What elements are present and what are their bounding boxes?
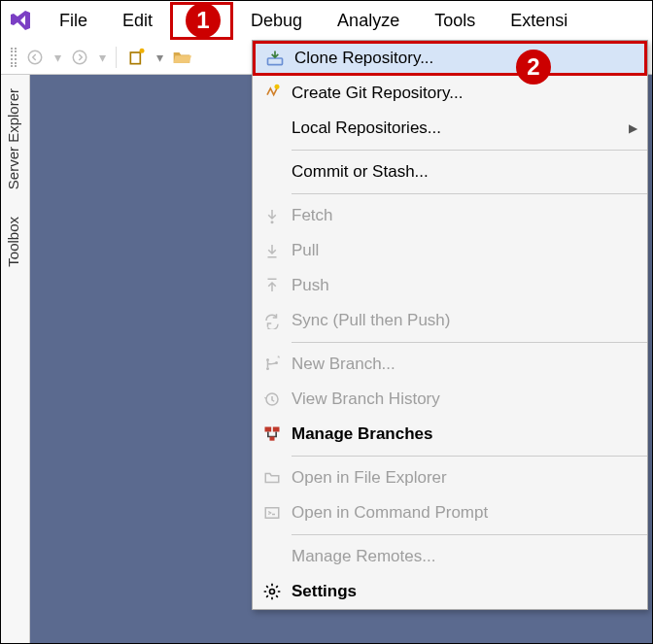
- new-item-dropdown[interactable]: ▾: [154, 45, 165, 70]
- svg-rect-13: [273, 427, 280, 432]
- create-repo-icon: [253, 84, 292, 103]
- menu-tools[interactable]: Tools: [417, 5, 493, 37]
- menu-divider: [292, 456, 647, 457]
- git-dropdown-menu: Clone Repository...Create Git Repository…: [252, 40, 648, 610]
- git-menu-item[interactable]: Clone Repository...: [253, 41, 647, 76]
- git-menu-item[interactable]: Local Repositories...▶: [253, 111, 647, 146]
- clone-icon: [256, 49, 294, 68]
- nav-back-button[interactable]: [22, 45, 48, 70]
- history-icon: [253, 390, 292, 408]
- git-menu-item: Push: [253, 268, 647, 303]
- menu-item-label: Create Git Repository...: [292, 84, 637, 103]
- menu-item-label: Local Repositories...: [292, 119, 629, 138]
- svg-point-3: [140, 48, 145, 52]
- folder-icon: [253, 469, 292, 487]
- side-tab-toolbox[interactable]: Toolbox: [1, 203, 25, 281]
- git-menu-item[interactable]: Manage Branches: [253, 417, 647, 452]
- git-menu-item: Manage Remotes...: [253, 539, 647, 574]
- menu-item-label: Manage Remotes...: [292, 547, 637, 566]
- annotation-callout-2: 2: [516, 50, 551, 85]
- menu-divider: [292, 150, 647, 151]
- menu-file[interactable]: File: [42, 5, 105, 37]
- git-menu-item[interactable]: Settings: [253, 574, 647, 609]
- git-menu-item: Open in File Explorer: [253, 460, 647, 495]
- menu-divider: [292, 534, 647, 535]
- side-tab-strip: Server Explorer Toolbox: [1, 75, 30, 643]
- pull-icon: [253, 242, 292, 259]
- git-menu-item: Pull: [253, 233, 647, 268]
- svg-point-16: [270, 590, 275, 594]
- new-item-button[interactable]: [124, 45, 150, 70]
- gear-icon: [253, 582, 292, 601]
- nav-back-dropdown[interactable]: ▾: [52, 45, 63, 70]
- git-menu-item: Open in Command Prompt: [253, 495, 647, 530]
- new-branch-icon: *: [253, 356, 292, 373]
- menu-extensions[interactable]: Extensi: [493, 5, 585, 37]
- svg-rect-4: [268, 58, 283, 65]
- svg-text:*: *: [277, 356, 280, 362]
- fetch-icon: [253, 207, 292, 224]
- svg-rect-12: [265, 427, 272, 432]
- menu-item-label: View Branch History: [292, 390, 637, 409]
- nav-forward-button[interactable]: [67, 45, 92, 70]
- terminal-icon: [253, 504, 292, 522]
- menu-item-label: Open in File Explorer: [292, 468, 637, 488]
- annotation-callout-1: 1: [186, 3, 221, 38]
- nav-forward-dropdown[interactable]: ▾: [96, 45, 108, 70]
- push-icon: [253, 277, 292, 294]
- svg-rect-2: [130, 52, 140, 64]
- side-tab-server-explorer[interactable]: Server Explorer: [1, 75, 25, 203]
- git-menu-item: View Branch History: [253, 382, 647, 417]
- menu-item-label: Open in Command Prompt: [292, 503, 637, 523]
- menu-divider: [292, 193, 647, 194]
- menu-item-label: Commit or Stash...: [292, 162, 637, 182]
- git-menu-item[interactable]: Commit or Stash...: [253, 154, 647, 189]
- git-menu-item[interactable]: Create Git Repository...: [253, 76, 647, 111]
- manage-branches-icon: [253, 424, 292, 444]
- menu-item-label: Push: [292, 276, 637, 295]
- menu-item-label: Manage Branches: [292, 424, 637, 444]
- menu-item-label: New Branch...: [292, 355, 637, 374]
- menubar: File Edit View Git Debug Analyze Tools E…: [1, 1, 652, 40]
- menu-debug[interactable]: Debug: [233, 5, 320, 37]
- toolbar-separator: [116, 47, 117, 68]
- svg-point-0: [28, 51, 42, 64]
- svg-rect-14: [270, 437, 275, 441]
- menu-item-label: Settings: [292, 582, 637, 601]
- menu-analyze[interactable]: Analyze: [320, 5, 417, 37]
- toolbar-grip: [11, 48, 17, 67]
- svg-point-1: [73, 51, 86, 64]
- svg-rect-15: [265, 508, 279, 519]
- git-menu-item: Fetch: [253, 198, 647, 233]
- menu-divider: [292, 342, 647, 343]
- visual-studio-logo: [7, 7, 34, 34]
- svg-point-8: [266, 367, 269, 370]
- open-folder-button[interactable]: [169, 45, 194, 70]
- svg-point-6: [271, 220, 274, 223]
- sync-icon: [253, 312, 292, 329]
- svg-point-5: [275, 85, 280, 89]
- submenu-arrow-icon: ▶: [629, 121, 637, 135]
- git-menu-item: *New Branch...: [253, 347, 647, 382]
- menu-item-label: Pull: [292, 241, 637, 260]
- menu-item-label: Sync (Pull then Push): [292, 311, 637, 330]
- menu-item-label: Clone Repository...: [294, 49, 635, 68]
- svg-point-7: [266, 358, 269, 361]
- git-menu-item: Sync (Pull then Push): [253, 303, 647, 338]
- menu-item-label: Fetch: [292, 206, 637, 225]
- menu-edit[interactable]: Edit: [105, 5, 170, 37]
